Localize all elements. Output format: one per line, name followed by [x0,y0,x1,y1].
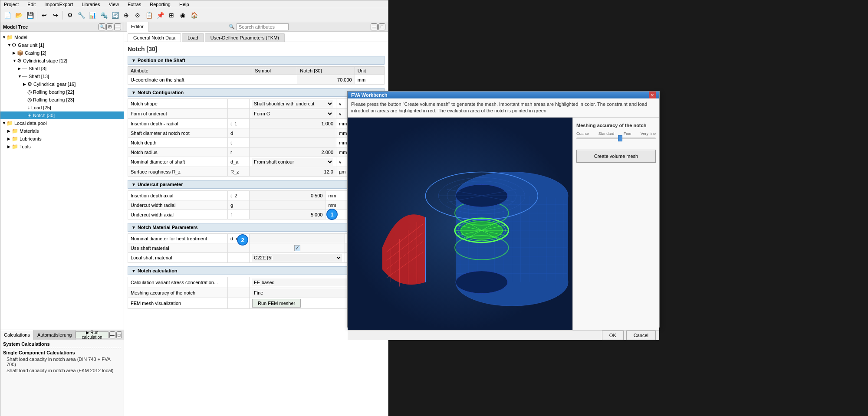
val-nom-dia[interactable]: From shaft contour [250,157,336,167]
select-shaft-mat[interactable]: C22E [5] [252,254,342,262]
val-use-shaft[interactable]: ✓ [250,243,345,253]
run-fem-mesher-btn[interactable]: Run FEM mesher [252,299,301,308]
calc-max-btn[interactable]: □ [116,331,122,338]
val-shaft-dia[interactable] [250,128,336,138]
tree-local-pool[interactable]: ▼ 📁 Local data pool [0,119,124,127]
dialog-ok-btn[interactable]: OK [602,331,624,340]
val-notch-depth[interactable] [250,138,336,147]
calc-item-1[interactable]: Shaft load capacity in notch area (DIN 7… [3,356,121,367]
select-nom-dia[interactable]: From shaft contour [252,158,333,166]
toolbar-btn-11[interactable]: 📌 [155,10,165,20]
tree-casing[interactable]: ▶ 📦 Casing [2] [0,49,124,57]
dialog-3d-viewport[interactable] [348,118,572,330]
toolbar-btn-9[interactable]: ⊗ [132,10,143,20]
tree-cyl-gear[interactable]: ▶ ⚙ Cylindrical gear [16] [0,80,124,88]
tree-expand-btn[interactable]: ⊞ [106,23,113,30]
toolbar-btn-5[interactable]: 📊 [87,10,98,20]
section-undercut[interactable]: ▼ Undercut parameter [128,180,385,189]
val-shaft-mat[interactable]: C22E [5] [250,253,345,263]
val-notch-radius[interactable]: 2.000 [250,147,336,157]
create-volume-mesh-btn[interactable]: Create volume mesh [576,150,656,163]
toolbar-btn-8[interactable]: ⊕ [121,10,132,20]
toolbar-btn-12[interactable]: ⊞ [166,10,177,20]
calc-min-btn[interactable]: — [109,331,115,338]
toolbar-undo[interactable]: ↩ [39,10,49,20]
tree-tools[interactable]: ▶ 📁 Tools [0,143,124,151]
tab-automatisierung[interactable]: Automatisierung [34,330,76,340]
arrow-shaft13[interactable]: ▼ [18,74,22,79]
select-calc-variant[interactable]: FE-based [252,278,354,286]
val-heat-dia[interactable] [250,234,345,243]
tree-load25[interactable]: ↓ Load [25] [0,104,124,111]
section-notch-config[interactable]: ▼ Notch Configuration [128,88,385,97]
tree-model[interactable]: ▼ 📁 Model [0,33,124,41]
tree-shaft3[interactable]: ▶ — Shaft [3] [0,65,124,72]
val-roughness[interactable]: 12.0 [250,167,336,177]
dialog-cancel-btn[interactable]: Cancel [626,331,656,340]
tab-calculations[interactable]: Calculations [0,330,34,340]
menu-libraries[interactable]: Libraries [80,2,102,7]
calc-item-2[interactable]: Shaft load capacity in notch area (FKM 2… [3,367,121,373]
toolbar-btn-6[interactable]: 🔩 [99,10,109,20]
toolbar-btn-7[interactable]: 🔄 [110,10,120,20]
tree-collapse-btn[interactable]: — [114,23,121,30]
select-shape[interactable]: Shaft shoulder with undercut [252,100,333,108]
section-notch-calc[interactable]: ▼ Notch calculation [128,266,385,275]
dialog-close-btn[interactable]: ✕ [649,92,656,98]
arrow-lubricants[interactable]: ▶ [7,137,12,141]
tree-bearing22[interactable]: ◎ Rolling bearing [22] [0,88,124,96]
toolbar-btn-13[interactable]: ◉ [178,10,188,20]
arrow-cyl-stage[interactable]: ▼ [13,59,17,63]
arrow-casing[interactable]: ▶ [13,51,17,55]
arrow-cyl-gear[interactable]: ▶ [23,82,27,86]
tree-shaft13[interactable]: ▼ — Shaft [13] [0,72,124,80]
val-width-radial[interactable] [250,200,326,210]
val-ucoord[interactable]: 70.000 [297,75,355,85]
arrow-tools[interactable]: ▶ [7,144,12,149]
section-material[interactable]: ▼ Notch Material Parameters [128,223,385,232]
arrow-shaft3[interactable]: ▶ [18,66,22,71]
menu-extras[interactable]: Extras [126,2,143,7]
val-ins-axial[interactable]: 0.500 [250,191,326,200]
val-shape[interactable]: Shaft shoulder with undercut [250,99,336,109]
tab-load[interactable]: Load [182,33,204,42]
section-position[interactable]: ▼ Position on the Shaft [128,56,385,65]
menu-import-export[interactable]: Import/Export [43,2,75,7]
toolbar-redo[interactable]: ↪ [50,10,61,20]
toolbar-btn-4[interactable]: 🔧 [76,10,86,20]
val-ins-radial[interactable]: 1.000 [250,119,336,128]
tree-cyl-stage[interactable]: ▼ ⚙ Cylindrical stage [12] [0,57,124,65]
tree-materials[interactable]: ▶ 📁 Materials [0,127,124,135]
tab-general-notch[interactable]: General Notch Data [128,33,181,42]
run-calc-btn[interactable]: ▶ Run calculation [76,331,108,338]
editor-min-btn[interactable]: — [371,23,378,30]
toolbar-btn-10[interactable]: 📋 [144,10,154,20]
tree-search-btn[interactable]: 🔍 [99,23,105,30]
search-input[interactable] [237,23,289,30]
tree-gear-unit[interactable]: ▼ ⚙ Gear unit [1] [0,41,124,49]
editor-max-btn[interactable]: □ [378,23,385,30]
tree-lubricants[interactable]: ▶ 📁 Lubricants [0,135,124,143]
toolbar-new[interactable]: 📄 [2,10,13,20]
menu-edit[interactable]: Edit [26,2,37,7]
toolbar-open[interactable]: 📂 [13,10,24,20]
arrow-gear-unit[interactable]: ▼ [7,43,12,47]
arrow-model[interactable]: ▼ [2,35,7,39]
toolbar-btn-3[interactable]: ⚙ [65,10,75,20]
menu-project[interactable]: Project [2,2,20,7]
menu-reporting[interactable]: Reporting [148,2,172,7]
tree-notch30[interactable]: ⊞ Notch [30] [0,111,124,119]
menu-view[interactable]: View [107,2,121,7]
toolbar-save[interactable]: 💾 [25,10,35,20]
tab-user-defined[interactable]: User-Defined Parameters (FKM) [205,33,285,42]
arrow-local-pool[interactable]: ▼ [2,121,7,125]
toolbar-btn-14[interactable]: 🏠 [189,10,199,20]
tree-bearing23[interactable]: ◎ Rolling bearing [23] [0,96,124,104]
editor-tab-active[interactable]: Editor [127,22,148,32]
select-form[interactable]: Form G [252,110,333,118]
slider-track[interactable] [576,138,656,139]
arrow-materials[interactable]: ▶ [7,129,12,133]
menu-help[interactable]: Help [178,2,191,7]
val-form[interactable]: Form G [250,109,336,119]
val-width-axial[interactable]: 5.000 [250,210,326,219]
